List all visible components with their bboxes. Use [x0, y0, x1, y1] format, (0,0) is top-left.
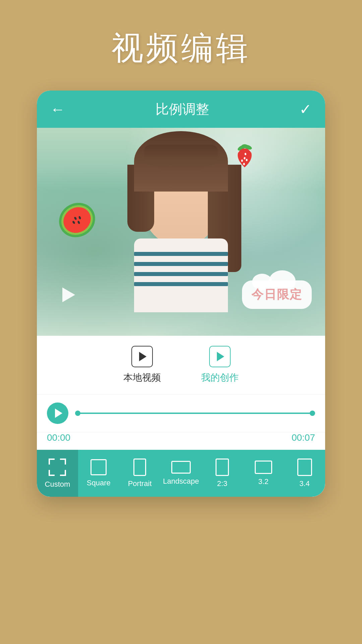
header-title: 比例调整	[156, 100, 209, 118]
stripe	[134, 252, 228, 256]
portrait-box	[133, 459, 146, 476]
expand-icon	[48, 458, 67, 477]
person-area	[111, 138, 251, 332]
ratio-32-box	[255, 461, 272, 474]
play-overlay-button[interactable]	[57, 284, 78, 306]
cloud-shape: 今日限定	[242, 280, 312, 309]
ratio-34-label: 3.4	[299, 479, 310, 488]
local-video-label: 本地视频	[123, 371, 161, 384]
timeline-track[interactable]	[75, 407, 315, 420]
ratio-square-button[interactable]: Square	[78, 450, 119, 497]
timeline-handle-right[interactable]	[310, 411, 315, 416]
play-triangle-icon	[62, 287, 75, 302]
ratio-32-icon	[255, 461, 272, 474]
video-source-row: 本地视频 我的创作	[37, 346, 325, 394]
start-time-label: 00:00	[47, 432, 70, 443]
ratio-portrait-button[interactable]: Portrait	[119, 450, 161, 497]
aspect-ratio-bar: Custom Square Portrait	[37, 450, 325, 497]
ratio-landscape-label: Landscape	[163, 477, 199, 486]
svg-point-12	[241, 160, 243, 162]
sticker-cloud: 今日限定	[242, 280, 312, 309]
ratio-square-label: Square	[87, 479, 111, 487]
corner-tr	[60, 459, 66, 465]
body	[134, 238, 228, 312]
body-stripes	[134, 252, 228, 292]
stripe	[134, 272, 228, 276]
ratio-23-label: 2:3	[217, 479, 228, 488]
timeline-row	[37, 394, 325, 432]
bangs	[144, 145, 218, 171]
svg-point-13	[246, 159, 248, 161]
play-btn-overlay	[57, 284, 78, 306]
face	[141, 145, 221, 245]
timeline-play-button[interactable]	[47, 402, 68, 424]
ratio-32-label: 3.2	[258, 477, 268, 486]
ratio-square-icon	[90, 459, 107, 475]
ratio-23-button[interactable]: 2:3	[201, 450, 243, 497]
ratio-custom-label: Custom	[45, 480, 70, 489]
play-icon	[139, 352, 146, 361]
local-video-icon	[131, 346, 153, 367]
play-icon-teal	[217, 352, 224, 361]
end-time-label: 00:07	[292, 432, 315, 443]
app-header: ← 比例调整 ✓	[37, 91, 325, 128]
svg-point-9	[241, 144, 248, 148]
my-creation-button[interactable]: 我的创作	[201, 346, 239, 384]
sticker-strawberry	[231, 141, 258, 171]
ratio-custom-icon	[48, 458, 67, 477]
square-box	[90, 459, 107, 475]
bottom-panel: 本地视频 我的创作 00:00 00:07	[37, 336, 325, 497]
ratio-portrait-icon	[133, 459, 146, 476]
corner-bl	[49, 470, 55, 476]
page-title: 视频编辑	[111, 27, 251, 70]
landscape-box	[171, 461, 191, 474]
app-card: ← 比例调整 ✓	[37, 91, 325, 497]
ratio-portrait-label: Portrait	[128, 479, 152, 488]
time-row: 00:00 00:07	[37, 432, 325, 450]
ratio-23-icon	[216, 459, 229, 476]
ratio-landscape-icon	[171, 461, 191, 474]
svg-point-14	[243, 163, 245, 165]
play-icon-white	[55, 409, 62, 418]
stripe	[134, 282, 228, 286]
ratio-custom-button[interactable]: Custom	[37, 450, 78, 497]
ratio-34-button[interactable]: 3.4	[284, 450, 325, 497]
ratio-32-button[interactable]: 3.2	[243, 450, 284, 497]
ratio-34-icon	[297, 459, 312, 476]
cloud-text: 今日限定	[251, 286, 302, 303]
sticker-watermelon	[57, 202, 97, 242]
video-preview: 今日限定	[37, 128, 325, 336]
my-creation-label: 我的创作	[201, 371, 239, 384]
my-creation-icon	[209, 346, 231, 367]
ratio-23-box	[216, 459, 229, 476]
ratio-landscape-button[interactable]: Landscape	[161, 450, 202, 497]
back-button[interactable]: ←	[50, 101, 65, 118]
ratio-34-box	[297, 459, 312, 476]
local-video-button[interactable]: 本地视频	[123, 346, 161, 384]
timeline-handle-left[interactable]	[75, 411, 80, 416]
timeline-line	[75, 413, 315, 414]
stripe	[134, 262, 228, 266]
corner-br	[60, 470, 66, 476]
confirm-button[interactable]: ✓	[299, 101, 312, 118]
corner-tl	[49, 459, 55, 465]
